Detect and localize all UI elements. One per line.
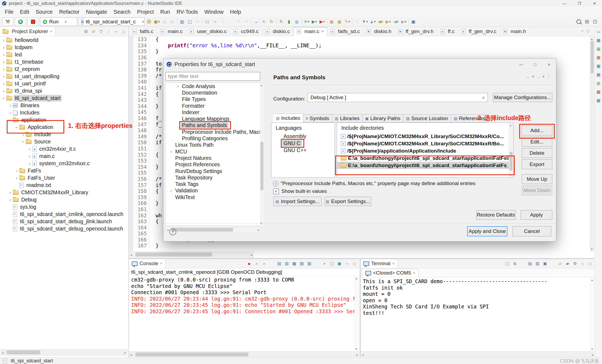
scroll-lock-icon[interactable]: ▥ <box>284 260 290 267</box>
export-button[interactable]: Export <box>522 159 552 169</box>
toolbar-icon[interactable] <box>275 18 277 26</box>
properties-tree-item[interactable]: Documentation <box>166 89 260 96</box>
minimized-view-icon[interactable]: ▦ <box>596 46 601 52</box>
tree-item[interactable]: cm32m4xxr_it.c <box>0 145 128 153</box>
tree-expander-icon[interactable] <box>27 154 32 159</box>
dialog-tree-vscrollbar[interactable]: ▴ ▾ <box>260 83 264 226</box>
manage-configurations-button[interactable]: Manage Configurations... <box>493 93 552 102</box>
new-wizard-icon[interactable]: ▣ <box>153 18 161 26</box>
tree-expander-icon[interactable] <box>1 59 6 65</box>
edit-button[interactable]: Edit... <box>522 137 552 147</box>
tree-item[interactable]: Binaries <box>0 102 128 109</box>
tab-source-location[interactable]: ▧ Source Location <box>403 114 451 122</box>
back-icon[interactable]: ◀ <box>392 18 400 26</box>
restore-defaults-button[interactable]: Restore Defaults <box>476 210 515 220</box>
terminal-hscrollbar[interactable]: ◂ ▸ <box>361 351 595 358</box>
configuration-select[interactable]: Debug [ Active ] ∨ <box>307 93 488 102</box>
instruction-stepping-icon[interactable]: → <box>252 18 260 26</box>
close-icon[interactable]: × <box>50 29 52 34</box>
maximize-icon[interactable]: □ <box>351 260 358 267</box>
tree-expander-icon[interactable] <box>8 197 13 203</box>
apply-and-close-button[interactable]: Apply and Close <box>467 226 507 236</box>
move-up-button[interactable]: Move Up <box>522 174 552 184</box>
terminal-toolbar-icon[interactable] <box>549 260 556 267</box>
close-button[interactable]: × <box>542 59 556 70</box>
properties-tree-item[interactable]: Linux Tools Path <box>166 142 260 148</box>
editor-tab[interactable]: fatfs_sd.c × <box>327 27 363 36</box>
filter-icon[interactable]: ▽ <box>98 28 104 35</box>
tree-expander-icon[interactable] <box>169 149 174 154</box>
menu-item[interactable]: Run <box>157 9 173 15</box>
include-directory-item[interactable]: /${ProjName}/CMIOT.CM32M4xxR_Library/SoC… <box>337 140 513 147</box>
tree-item[interactable]: Debug <box>0 196 128 203</box>
tree-expander-icon[interactable] <box>14 168 19 174</box>
tab-libraries[interactable]: ▥ Libraries <box>332 114 363 122</box>
display-selected-console-icon[interactable]: ▢ <box>329 260 335 267</box>
properties-tree-item[interactable]: Validation <box>166 188 260 194</box>
properties-tree-item[interactable]: Paths and Symbols <box>166 122 260 129</box>
debug-icon[interactable]: ✳ <box>303 18 310 26</box>
tab-includes[interactable]: ▤ Includes <box>273 114 303 122</box>
tree-expander-icon[interactable] <box>20 139 26 145</box>
cancel-button[interactable]: Cancel <box>513 226 551 236</box>
tree-expander-icon[interactable] <box>14 125 19 130</box>
tree-item[interactable]: t6_spi_sdcard_start_debug_openocd.launch <box>0 225 128 232</box>
minimize-button[interactable]: — <box>557 0 572 7</box>
minimized-view-icon[interactable]: ▦ <box>596 63 601 69</box>
editor-tab[interactable]: diskio.h × <box>363 27 395 36</box>
terminal-output[interactable]: This is a SPI_SD_CARD demo--------------… <box>361 277 590 351</box>
tree-expander-icon[interactable] <box>8 117 13 123</box>
include-list-vscrollbar[interactable]: ▴ ▾ <box>509 123 513 177</box>
toolbar-icon[interactable] <box>408 18 410 26</box>
editor-tab[interactable]: main.c × <box>293 27 327 36</box>
maximize-icon[interactable]: □ <box>120 28 127 35</box>
clear-console-icon[interactable]: ▤ <box>276 260 282 267</box>
tree-item[interactable]: main.c <box>0 153 128 160</box>
properties-tree-item[interactable]: Project References <box>166 161 260 168</box>
tab-project-explorer[interactable]: Project Explorer × <box>0 27 55 36</box>
toolbar-icon[interactable] <box>176 18 178 26</box>
console-toolbar-icon[interactable] <box>314 260 320 267</box>
tree-item[interactable]: sys.log <box>0 203 128 211</box>
editor-tab[interactable]: diskio.c × <box>262 27 293 36</box>
import-project-icon[interactable]: ▣ <box>328 18 336 26</box>
next-edit-icon[interactable]: ▶ <box>384 18 392 26</box>
debug-start-button[interactable] <box>15 17 26 26</box>
view-menu-icon[interactable]: ⋮ <box>547 74 551 79</box>
properties-tree-item[interactable]: Preprocessor Include Paths, Macros etc. <box>166 129 260 135</box>
link-with-editor-icon[interactable]: ⇄ <box>90 28 97 35</box>
tree-expander-icon[interactable] <box>20 132 26 137</box>
include-directory-item[interactable]: E:\a_board\zhongyi\project\t6_spi_sdcard… <box>337 162 513 169</box>
include-directory-item[interactable]: /${ProjName}/CMIOT.CM32M4xxR_Library/SoC… <box>337 133 513 140</box>
terminate-icon[interactable]: ■ <box>246 260 252 267</box>
peripherals-icon[interactable]: ◎ <box>293 18 301 26</box>
collapse-all-icon[interactable]: ⊟ <box>83 28 89 35</box>
pin-console-icon[interactable]: ▪ <box>321 260 328 267</box>
toolbar-icon[interactable] <box>301 18 303 26</box>
show-built-in-checkbox[interactable] <box>273 189 279 194</box>
minimized-view-icon[interactable]: ▦ <box>596 55 601 60</box>
tree-item[interactable]: led <box>0 51 128 58</box>
editor-tab[interactable]: fatfs.c × <box>129 27 157 36</box>
launch-config-select[interactable]: c t6_spi_sdcard_start_c ∨ <box>78 17 145 26</box>
close-button[interactable]: ✕ <box>587 0 602 7</box>
export-project-icon[interactable]: ▣ <box>336 18 343 26</box>
tree-item[interactable]: t4_uart_printf <box>0 80 128 87</box>
tree-item[interactable]: FatFs <box>0 167 128 174</box>
view-menu-icon[interactable]: ⋮ <box>105 28 112 35</box>
stop-button[interactable] <box>27 17 39 26</box>
chevron-down-icon[interactable]: ▾ <box>542 74 544 79</box>
delete-button[interactable]: Delete <box>522 148 552 158</box>
pin-editor-icon[interactable]: ▣ <box>410 18 417 26</box>
tree-item[interactable]: helloworld <box>0 37 128 44</box>
open-perspective-icon[interactable]: ⊞ <box>585 19 589 25</box>
search-icon[interactable] <box>576 19 581 24</box>
tree-item[interactable]: Includes <box>0 109 128 116</box>
editor-tab[interactable]: main.c × <box>157 27 186 36</box>
prev-annotation-icon[interactable]: ▲ <box>369 18 377 26</box>
tree-item[interactable]: Source <box>0 138 128 145</box>
tab-console[interactable]: Console × <box>129 259 165 268</box>
editor-tab[interactable]: user_diskio.c × <box>186 27 230 36</box>
tree-item[interactable]: t6_spi_sdcard_start_debug_jlink.launch <box>0 218 128 225</box>
tab-symbols[interactable]: # Symbols <box>303 114 332 122</box>
